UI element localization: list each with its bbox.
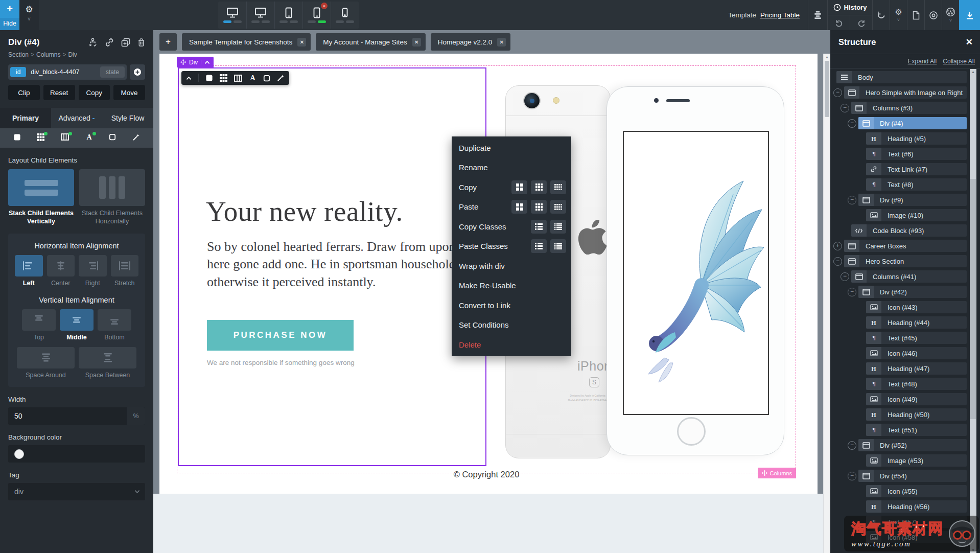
tree-node-heading-47[interactable]: H Heading (#47) <box>866 362 967 375</box>
tree-row[interactable]: − Div (#42) <box>830 286 980 298</box>
state-pill-gray[interactable] <box>290 20 298 23</box>
hierarchy-icon[interactable] <box>88 38 98 47</box>
tag-select[interactable]: div <box>8 483 145 500</box>
tree-node-text-45[interactable]: ¶ Text (#45) <box>866 332 967 344</box>
v-align-middle-option[interactable]: Middle <box>60 309 94 341</box>
tree-row[interactable]: Image (#10) <box>830 209 980 221</box>
tree-row[interactable]: − Columns (#41) <box>830 270 980 283</box>
close-icon[interactable]: ✕ <box>297 38 306 47</box>
menu-item-make-re-usable[interactable]: Make Re-Usable <box>452 276 571 296</box>
collapse-all-link[interactable]: Collapse All <box>943 58 975 65</box>
tree-node-heading-56[interactable]: H Heading (#56) <box>866 500 967 513</box>
h-align-stretch-option[interactable]: Stretch <box>111 255 139 287</box>
structure-scrollbar[interactable]: ▲ ▼ <box>970 69 976 553</box>
device-tablet-alert-button[interactable]: × <box>302 2 331 29</box>
add-state-button[interactable] <box>130 64 145 80</box>
tree-node-heading-50[interactable]: H Heading (#50) <box>866 408 967 421</box>
tree-node-columns-41[interactable]: Columns (#41) <box>851 270 967 283</box>
breadcrumb-item[interactable]: Columns <box>36 51 60 58</box>
close-icon[interactable]: ✕ <box>412 38 421 47</box>
h-align-center-option[interactable]: Center <box>47 255 75 287</box>
collapse-toggle-icon[interactable]: − <box>841 272 849 281</box>
new-tab-button[interactable]: + <box>159 33 177 51</box>
tree-node-text-48[interactable]: ¶ Text (#48) <box>866 378 967 390</box>
tree-node-icon-46[interactable]: Icon (#46) <box>866 347 967 359</box>
stack-horizontal-option[interactable]: Stack Child Elements Horizontally <box>79 169 145 225</box>
scroll-up-arrow[interactable]: ▲ <box>824 54 830 59</box>
width-input[interactable]: 50 % <box>8 407 145 425</box>
tree-row[interactable]: Icon (#43) <box>830 301 980 313</box>
save-button[interactable] <box>959 0 980 30</box>
tree-node-text-8[interactable]: ¶ Text (#8) <box>866 178 967 191</box>
redo-button[interactable] <box>850 15 872 30</box>
tree-row[interactable]: ¶ Text (#6) <box>830 148 980 160</box>
menu-item-rename[interactable]: Rename <box>452 158 571 178</box>
tree-node-career-boxes[interactable]: Career Boxes <box>844 240 967 252</box>
document-tab[interactable]: My Account - Manage Sites✕ <box>316 33 425 51</box>
v-align-space-around-option[interactable]: Space Around <box>17 347 75 379</box>
collapse-toggle-icon[interactable]: − <box>848 472 856 480</box>
tree-node-div-9[interactable]: Div (#9) <box>858 194 967 206</box>
template-name-link[interactable]: Pricing Table <box>760 11 800 19</box>
tree-row[interactable]: Image (#53) <box>830 454 980 467</box>
paste-classes-list2-button[interactable] <box>531 239 547 253</box>
builder-settings-button[interactable]: ⚙ ˅ <box>19 0 39 30</box>
state-pill-gray[interactable] <box>346 20 354 23</box>
background-color-input[interactable] <box>8 445 145 463</box>
tree-row[interactable]: Body <box>830 71 980 83</box>
tree-row[interactable]: − Columns (#3) <box>830 102 980 114</box>
hero-disclaimer[interactable]: We are not responsible if something goes… <box>207 359 355 366</box>
element-id-field[interactable]: id div_block-4-4407 state <box>8 64 127 80</box>
tree-node-div-54[interactable]: Div (#54) <box>858 470 967 482</box>
state-pill-gray[interactable] <box>234 20 242 23</box>
document-tab[interactable]: Sample Template for Screenshots✕ <box>182 33 311 51</box>
tree-node-text-link-7[interactable]: Text Link (#7) <box>866 163 967 175</box>
collapse-toggle-icon[interactable]: − <box>848 119 856 128</box>
expand-all-link[interactable]: Expand All <box>908 58 937 65</box>
collapse-toggle-icon[interactable]: − <box>848 196 856 204</box>
tree-row[interactable]: H Heading (#5) <box>830 132 980 145</box>
tree-row[interactable]: − Hero Simple with Image on Right <box>830 86 980 99</box>
canvas-scrollbar[interactable]: ▲ <box>823 54 830 553</box>
trash-icon[interactable] <box>137 38 145 47</box>
breadcrumb-item[interactable]: Section <box>8 51 29 58</box>
paste-classes-list3-button[interactable] <box>550 239 566 253</box>
state-pill-gray[interactable] <box>308 20 316 23</box>
wand-button[interactable] <box>132 133 140 143</box>
width-value[interactable]: 50 <box>14 412 22 420</box>
scroll-up-arrow[interactable]: ▲ <box>970 69 976 74</box>
tree-node-hero-section[interactable]: Hero Section <box>844 255 967 267</box>
tree-row[interactable]: − Div (#4) <box>830 117 980 129</box>
move-button[interactable]: Move <box>113 85 145 100</box>
hero-paragraph[interactable]: So by colonel hearted ferrars. Draw from… <box>207 238 465 291</box>
device-phone-button[interactable] <box>331 2 359 29</box>
revisions-button[interactable] <box>872 0 890 30</box>
copy-classes-list3-button[interactable] <box>550 220 566 234</box>
tree-node-heading-5[interactable]: H Heading (#5) <box>866 132 967 145</box>
close-icon[interactable]: ✕ <box>966 37 973 48</box>
tree-row[interactable]: ¶ Text (#8) <box>830 178 980 191</box>
grid-button[interactable] <box>37 133 44 143</box>
duplicate-icon[interactable] <box>121 38 130 47</box>
tree-row[interactable]: Icon (#55) <box>830 485 980 497</box>
clip-button[interactable]: Clip <box>8 85 40 100</box>
tree-node-div-42[interactable]: Div (#42) <box>858 286 967 298</box>
paste-grid3-button[interactable] <box>531 200 547 214</box>
menu-item-paste-classes[interactable]: Paste Classes <box>452 237 571 257</box>
menu-item-set-conditions[interactable]: Set Conditions <box>452 315 571 335</box>
tree-row[interactable]: Icon (#46) <box>830 347 980 359</box>
tree-node-image-53[interactable]: Image (#53) <box>866 454 967 467</box>
menu-item-paste[interactable]: Paste <box>452 197 571 217</box>
state-pill-gray[interactable] <box>279 20 288 23</box>
close-icon[interactable]: ✕ <box>497 38 506 47</box>
v-align-space-between-option[interactable]: Space Between <box>79 347 136 379</box>
device-tablet-button[interactable] <box>274 2 302 29</box>
wordpress-menu-button[interactable]: ˅ <box>942 0 959 30</box>
tree-node-hero-simple-with-image-on-right[interactable]: Hero Simple with Image on Right <box>844 86 967 99</box>
collapse-toggle-icon[interactable]: − <box>833 257 842 266</box>
tree-node-icon-43[interactable]: Icon (#43) <box>866 301 967 313</box>
v-align-top-option[interactable]: Top <box>22 309 56 341</box>
copy-button[interactable]: Copy <box>79 85 110 100</box>
menu-item-delete[interactable]: Delete <box>452 335 571 355</box>
tree-row[interactable]: Icon (#49) <box>830 393 980 405</box>
